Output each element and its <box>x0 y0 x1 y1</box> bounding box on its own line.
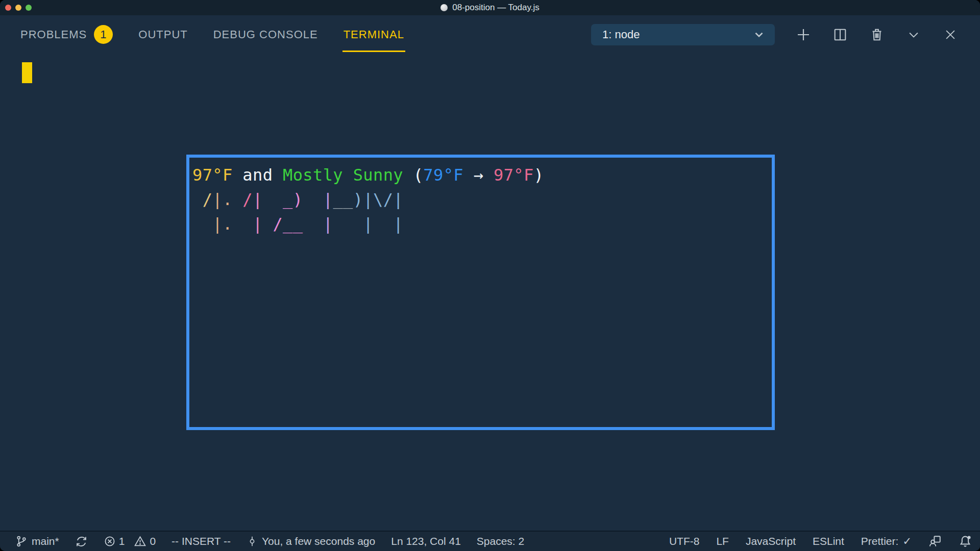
sync-status[interactable] <box>75 535 88 548</box>
tab-debug-console-label: DEBUG CONSOLE <box>213 28 318 41</box>
status-bar: main* 1 0 -- INSERT -- You, a fe <box>0 531 980 551</box>
tab-terminal[interactable]: TERMINAL <box>344 15 404 54</box>
vim-mode-indicator: -- INSERT -- <box>172 535 231 547</box>
feedback-icon <box>928 535 942 548</box>
panel-actions: 1: node <box>591 15 980 54</box>
git-branch-status[interactable]: main* <box>15 535 59 548</box>
feedback-button[interactable] <box>928 535 942 548</box>
git-commit-icon <box>247 535 258 547</box>
warning-count: 0 <box>150 535 156 547</box>
gitlens-blame-status[interactable]: You, a few seconds ago <box>247 535 375 547</box>
tab-problems[interactable]: PROBLEMS 1 <box>20 15 113 54</box>
tab-problems-label: PROBLEMS <box>20 28 87 41</box>
terminal-cursor <box>22 62 32 83</box>
vscode-window: 08-position — Today.js PROBLEMS 1 OUTPUT… <box>0 0 980 551</box>
sync-icon <box>75 535 88 548</box>
warning-icon <box>134 535 146 547</box>
split-terminal-icon <box>832 27 848 42</box>
language-mode-status[interactable]: JavaScript <box>746 535 796 547</box>
tab-output[interactable]: OUTPUT <box>138 15 187 54</box>
indentation-status[interactable]: Spaces: 2 <box>477 535 524 547</box>
git-branch-icon <box>15 535 28 548</box>
error-icon <box>104 535 116 547</box>
encoding-status[interactable]: UTF-8 <box>669 535 700 547</box>
eslint-status[interactable]: ESLint <box>813 535 844 547</box>
document-dirty-icon <box>440 4 448 11</box>
tab-output-label: OUTPUT <box>138 28 187 41</box>
error-count: 1 <box>119 535 125 547</box>
split-terminal-button[interactable] <box>832 27 848 43</box>
plus-icon <box>795 27 812 43</box>
cursor-position-status[interactable]: Ln 123, Col 41 <box>391 535 461 547</box>
problems-count-badge: 1 <box>94 25 113 44</box>
git-branch-label: main* <box>32 535 59 547</box>
trash-icon <box>869 27 885 42</box>
prettier-status[interactable]: Prettier: ✓ <box>861 535 912 547</box>
hide-panel-button[interactable] <box>905 27 922 43</box>
terminal-output: 97°F and Mostly Sunny (79°F → 97°F) /|. … <box>192 163 544 236</box>
blame-label: You, a few seconds ago <box>262 535 375 547</box>
terminal-picker-dropdown[interactable]: 1: node <box>591 24 775 45</box>
kill-terminal-button[interactable] <box>869 27 885 43</box>
tab-debug-console[interactable]: DEBUG CONSOLE <box>213 15 318 54</box>
terminal-viewport[interactable]: 97°F and Mostly Sunny (79°F → 97°F) /|. … <box>0 54 980 531</box>
chevron-down-icon <box>906 28 921 42</box>
problems-status[interactable]: 1 0 <box>104 535 156 547</box>
eol-status[interactable]: LF <box>716 535 729 547</box>
close-panel-button[interactable] <box>942 27 959 43</box>
chevron-down-icon <box>752 28 766 41</box>
titlebar: 08-position — Today.js <box>0 0 980 15</box>
window-title: 08-position — Today.js <box>452 3 539 13</box>
tab-terminal-label: TERMINAL <box>344 28 404 41</box>
new-terminal-button[interactable] <box>795 27 812 43</box>
close-icon <box>943 28 958 42</box>
notifications-button[interactable] <box>959 535 972 548</box>
panel-header: PROBLEMS 1 OUTPUT DEBUG CONSOLE TERMINAL… <box>0 15 980 54</box>
panel-tabs: PROBLEMS 1 OUTPUT DEBUG CONSOLE TERMINAL <box>20 15 404 54</box>
check-icon: ✓ <box>902 535 912 547</box>
bell-icon <box>959 535 972 548</box>
notification-dot <box>967 536 970 539</box>
terminal-picker-value: 1: node <box>602 28 640 41</box>
